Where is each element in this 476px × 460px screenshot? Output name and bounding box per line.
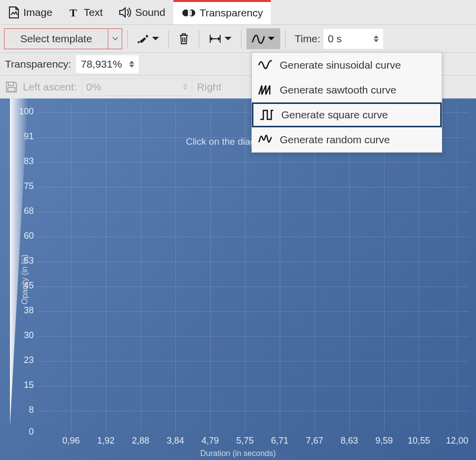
tab-transparency-label: Transparency: [200, 7, 263, 19]
chevron-down-icon: [267, 36, 275, 41]
x-tick: 8,63: [340, 436, 358, 446]
width-icon: [208, 33, 222, 44]
time-spinner[interactable]: [374, 35, 379, 42]
right-ascent-label: Right: [197, 81, 222, 93]
grid-line: [38, 361, 469, 362]
chevron-up-icon: [129, 61, 134, 64]
grid-line: [38, 212, 469, 212]
x-tick: 2,88: [132, 436, 149, 446]
chevron-down-icon: [183, 88, 188, 91]
dropdown-item-sawtooth[interactable]: Generate sawtooth curve: [252, 78, 442, 102]
sawtooth-icon: [258, 84, 273, 96]
svg-rect-4: [8, 88, 15, 92]
chevron-up-icon: [183, 84, 188, 87]
svg-point-2: [138, 41, 140, 43]
y-tick: 15: [17, 380, 34, 390]
toolbar: Select template Time: 0 s: [0, 25, 476, 53]
time-value: 0 s: [328, 33, 374, 45]
y-tick: 0: [17, 427, 34, 437]
grid-line: [141, 102, 141, 432]
time-label: Time:: [295, 33, 320, 45]
grid-line: [38, 411, 469, 411]
grid-line: [175, 102, 176, 432]
grid-line: [38, 336, 469, 337]
transparency-label: Transparency:: [5, 58, 71, 70]
y-tick: 45: [17, 280, 34, 291]
width-button[interactable]: [204, 28, 236, 49]
chevron-up-icon: [374, 35, 379, 38]
transparency-input[interactable]: 78,931%: [76, 55, 139, 73]
save-icon: [5, 81, 18, 93]
chevron-down-icon: [152, 36, 159, 41]
transparency-spinner[interactable]: [129, 61, 134, 68]
x-tick: 4,79: [201, 436, 219, 446]
x-tick: 0,96: [62, 436, 79, 446]
grid-line: [38, 162, 469, 163]
chevron-down-icon: [224, 36, 232, 41]
random-wave-icon: [258, 133, 273, 146]
grid-line: [245, 102, 245, 432]
dropdown-item-label: Generate sinusoidal curve: [280, 59, 401, 71]
x-tick: 9,59: [375, 436, 393, 446]
x-tick: 7,67: [306, 436, 323, 446]
select-template-dropdown[interactable]: Select template: [4, 28, 122, 49]
y-tick: 30: [17, 330, 34, 341]
sound-icon: [119, 6, 132, 18]
delete-button[interactable]: [174, 28, 194, 49]
y-tick: 23: [17, 355, 34, 366]
opacity-chart[interactable]: Click on the diagram to a Opacity (in %)…: [0, 98, 476, 460]
y-tick: 8: [17, 405, 34, 415]
x-tick: 3,84: [166, 436, 184, 446]
divider: [127, 30, 128, 47]
left-ascent-input: 0%: [82, 78, 192, 96]
chevron-down-icon: [374, 39, 379, 42]
divider: [241, 30, 241, 47]
pipette-button[interactable]: [133, 28, 163, 49]
x-tick: 1,92: [97, 436, 114, 446]
dropdown-item-label: Generate random curve: [280, 134, 390, 146]
x-tick: 12,00: [446, 436, 468, 446]
chevron-down-icon: [108, 29, 122, 49]
tab-image[interactable]: Image: [0, 0, 60, 24]
dropdown-item-sinusoidal[interactable]: Generate sinusoidal curve: [252, 53, 442, 78]
tab-bar: Image T Text Sound Transparency: [0, 0, 476, 25]
tab-sound-label: Sound: [135, 6, 165, 18]
divider: [199, 30, 199, 47]
y-tick: 53: [17, 256, 34, 266]
tab-sound[interactable]: Sound: [111, 0, 173, 24]
tab-image-label: Image: [23, 6, 52, 18]
grid-line: [38, 386, 469, 386]
grid-line: [106, 102, 106, 432]
dropdown-item-random[interactable]: Generate random curve: [252, 127, 442, 152]
trash-icon: [178, 32, 190, 45]
generate-curve-button[interactable]: [246, 28, 280, 49]
left-ascent-value: 0%: [86, 81, 183, 93]
image-icon: [8, 6, 20, 19]
grid-line: [210, 102, 211, 432]
y-tick: 75: [17, 181, 34, 191]
grid-line: [71, 102, 72, 432]
tab-transparency[interactable]: Transparency: [173, 0, 271, 24]
dropdown-item-label: Generate square curve: [281, 109, 388, 121]
dropdown-item-label: Generate sawtooth curve: [280, 84, 397, 96]
transparency-value: 78,931%: [80, 58, 129, 70]
y-tick: 91: [17, 131, 34, 142]
dropdown-item-square[interactable]: Generate square curve: [252, 102, 442, 127]
tab-text-label: Text: [83, 6, 103, 18]
sine-icon: [258, 59, 273, 72]
svg-rect-1: [188, 10, 192, 15]
select-template-label: Select template: [4, 33, 108, 45]
grid-line: [38, 187, 469, 187]
y-tick: 68: [17, 206, 34, 216]
divider: [168, 30, 169, 47]
pipette-icon: [137, 33, 150, 44]
time-input[interactable]: 0 s: [323, 29, 383, 49]
x-tick: 6,71: [271, 436, 288, 446]
transparency-icon: [181, 7, 196, 18]
x-tick: 10,55: [407, 436, 430, 446]
grid-line: [38, 286, 469, 287]
grid-line: [457, 102, 458, 432]
grid-line: [38, 262, 469, 262]
tab-text[interactable]: T Text: [60, 0, 111, 24]
svg-rect-3: [8, 82, 13, 86]
